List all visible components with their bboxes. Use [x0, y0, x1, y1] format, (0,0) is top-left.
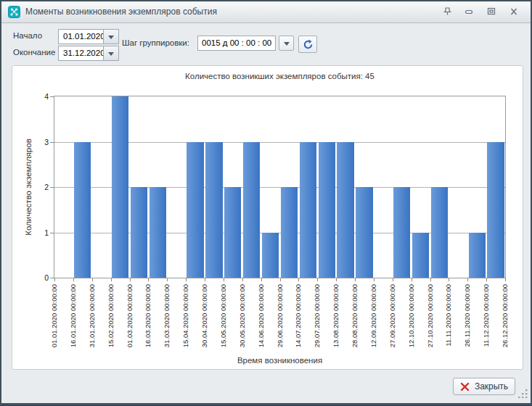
- refresh-button[interactable]: [298, 36, 317, 53]
- x-tick-label: 29.07.2020 00:00:00: [314, 284, 321, 354]
- x-tick-label: 01.01.2020 00:00:00: [51, 284, 58, 354]
- x-tick-label: 14.06.2020 00:00:00: [258, 284, 265, 354]
- bar: [393, 187, 410, 278]
- bar: [205, 142, 222, 278]
- end-date-input[interactable]: 31.12.2020: [58, 46, 119, 61]
- x-tick: [92, 278, 93, 281]
- x-tick-label: 14.07.2020 00:00:00: [295, 284, 302, 354]
- grouping-step-input[interactable]: 0015 д 00 : 00 : 00: [197, 36, 276, 51]
- close-button-label: Закрыть: [475, 381, 508, 392]
- y-tick-label: 0: [36, 273, 49, 282]
- x-axis-title: Время возникновения: [54, 356, 505, 365]
- x-tick-label: 16.03.2020 00:00:00: [144, 284, 152, 354]
- x-tick: [505, 278, 506, 281]
- resize-grip-icon[interactable]: [518, 388, 528, 401]
- bar: [224, 187, 241, 278]
- bar: [356, 187, 372, 278]
- x-tick: [336, 278, 337, 281]
- chart-title: Количество возникших экземпляров события…: [54, 72, 505, 80]
- start-date-value: 01.01.2020: [63, 30, 105, 44]
- titlebar: Моменты возникновения экземпляров событи…: [1, 1, 531, 23]
- x-tick-label: 31.03.2020 00:00:00: [163, 284, 171, 354]
- y-tick-label: 1: [36, 228, 49, 237]
- bar: [150, 187, 166, 278]
- start-date-label: Начало: [13, 31, 42, 40]
- y-tick-label: 3: [36, 138, 49, 146]
- x-tick-label: 30.05.2020 00:00:00: [239, 284, 246, 354]
- x-tick-label: 11.11.2020 00:00:00: [445, 284, 452, 354]
- x-tick: [242, 278, 243, 281]
- x-tick: [111, 278, 112, 281]
- dialog-content: Начало 01.01.2020 Окончание 31.12.2020 Ш…: [1, 22, 531, 403]
- x-tick-label: 26.12.2020 00:00:00: [502, 284, 509, 354]
- red-x-icon: [460, 382, 470, 392]
- x-tick: [224, 278, 224, 281]
- x-tick: [148, 278, 149, 281]
- grouping-step-value: 0015 д 00 : 00 : 00: [202, 36, 271, 50]
- bar: [243, 142, 260, 278]
- chevron-down-icon[interactable]: [103, 46, 118, 60]
- bar: [112, 96, 128, 278]
- x-tick-label: 12.10.2020 00:00:00: [408, 284, 415, 354]
- bar: [319, 142, 335, 278]
- bar: [281, 187, 298, 278]
- x-tick: [317, 278, 318, 281]
- grouping-step-dropdown-button[interactable]: [279, 36, 294, 51]
- x-tick: [54, 278, 55, 281]
- event-network-icon: [8, 6, 20, 18]
- x-tick: [449, 278, 449, 281]
- x-tick: [280, 278, 281, 281]
- x-tick-label: 15.04.2020 00:00:00: [182, 284, 189, 354]
- x-tick-label: 27.09.2020 00:00:00: [389, 284, 396, 354]
- grouping-step-label: Шаг группировки:: [122, 38, 189, 47]
- y-tick-label: 4: [36, 92, 49, 101]
- x-tick-label: 16.01.2020 00:00:00: [70, 284, 77, 354]
- dialog-frame: Моменты возникновения экземпляров событи…: [1, 1, 531, 403]
- x-tick: [261, 278, 262, 281]
- x-tick: [412, 278, 412, 281]
- pin-icon[interactable]: [441, 6, 454, 18]
- bar: [131, 187, 147, 278]
- end-date-label: Окончание: [13, 48, 55, 57]
- x-tick: [467, 278, 468, 281]
- x-tick-label: 30.04.2020 00:00:00: [201, 284, 208, 354]
- bar: [187, 142, 203, 278]
- x-tick-label: 15.02.2020 00:00:00: [107, 284, 115, 354]
- y-tick: [50, 142, 54, 143]
- x-tick-label: 31.01.2020 00:00:00: [89, 284, 96, 354]
- restore-icon[interactable]: [485, 6, 498, 18]
- start-date-input[interactable]: 01.01.2020: [58, 29, 119, 44]
- x-tick-label: 29.06.2020 00:00:00: [277, 284, 284, 354]
- close-icon[interactable]: [507, 6, 520, 18]
- end-date-value: 31.12.2020: [63, 46, 105, 60]
- y-tick: [50, 96, 54, 97]
- bar: [300, 142, 316, 278]
- bar: [262, 233, 279, 278]
- bar: [431, 187, 448, 278]
- x-tick-label: 27.10.2020 00:00:00: [427, 284, 434, 354]
- x-tick: [167, 278, 168, 281]
- plot-area: [54, 96, 506, 278]
- x-tick: [486, 278, 487, 281]
- bar: [469, 233, 486, 278]
- y-tick: [50, 233, 54, 233]
- x-tick: [430, 278, 431, 281]
- x-tick-label: 28.08.2020 00:00:00: [351, 284, 359, 354]
- chevron-down-icon[interactable]: [103, 30, 118, 44]
- x-tick: [393, 278, 393, 281]
- bar: [487, 142, 504, 278]
- y-axis-title: Количество экземпляров: [24, 96, 33, 278]
- x-tick-label: 11.12.2020 00:00:00: [483, 284, 490, 354]
- minimize-icon[interactable]: [462, 6, 475, 18]
- x-tick: [130, 278, 131, 281]
- x-tick-label: 12.09.2020 00:00:00: [370, 284, 377, 354]
- chart-panel: Количество возникших экземпляров события…: [12, 65, 523, 370]
- x-tick: [298, 278, 299, 281]
- close-button[interactable]: Закрыть: [453, 378, 515, 395]
- x-tick-label: 01.03.2020 00:00:00: [126, 284, 134, 354]
- y-tick: [50, 187, 54, 188]
- bar: [337, 142, 353, 278]
- bar: [74, 142, 91, 278]
- window-title: Моменты возникновения экземпляров событи…: [25, 7, 217, 17]
- y-tick-label: 2: [36, 183, 49, 191]
